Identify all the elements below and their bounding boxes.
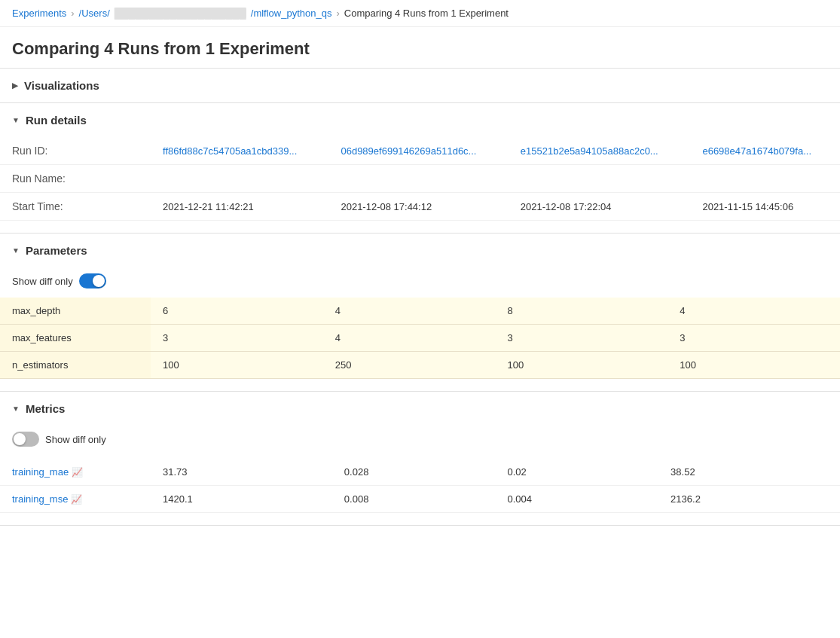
- param-name-max-features: max_features: [0, 325, 151, 352]
- param-val-max-depth-3: 4: [667, 298, 840, 325]
- chevron-visualizations: [12, 81, 18, 90]
- param-val-n-estimators-3: 100: [667, 352, 840, 379]
- breadcrumb-experiment[interactable]: /mlflow_python_qs: [251, 8, 332, 19]
- run-id-label: Run ID:: [0, 137, 151, 165]
- metric-row-training-mae: training_mae 31.73 0.028 0.02 38.52: [0, 459, 840, 486]
- section-visualizations-label: Visualizations: [24, 79, 99, 92]
- metric-name-training-mae: training_mae: [0, 459, 151, 486]
- breadcrumb-sep-2: ›: [336, 8, 339, 19]
- param-name-n-estimators: n_estimators: [0, 352, 151, 379]
- parameters-toggle-thumb: [93, 275, 105, 287]
- metric-val-training-mae-3: 38.52: [658, 459, 840, 486]
- breadcrumb: Experiments › /Users/ ██████████████████…: [0, 0, 840, 27]
- section-parameters: Parameters Show diff only max_depth 6 4 …: [0, 234, 840, 392]
- run-id-2[interactable]: e15521b2e5a94105a88ac2c0...: [509, 137, 691, 165]
- metric-val-training-mae-0: 31.73: [151, 459, 332, 486]
- metrics-toggle-label: Show diff only: [45, 434, 106, 445]
- param-val-n-estimators-0: 100: [151, 352, 323, 379]
- run-name-0: [151, 165, 328, 193]
- parameters-table: max_depth 6 4 8 4 max_features 3 4 3 3 n…: [0, 298, 840, 379]
- param-val-max-features-3: 3: [667, 325, 840, 352]
- metric-val-training-mse-0: 1420.1: [151, 486, 332, 513]
- param-row-max-features: max_features 3 4 3 3: [0, 325, 840, 352]
- metric-row-training-mse: training_mse 1420.1 0.008 0.004 2136.2: [0, 486, 840, 513]
- section-parameters-label: Parameters: [26, 244, 87, 257]
- metric-name-training-mse: training_mse: [0, 486, 151, 513]
- parameters-toggle-row: Show diff only: [0, 267, 840, 298]
- chevron-metrics: [12, 404, 20, 413]
- run-id-1[interactable]: 06d989ef699146269a511d6c...: [328, 137, 508, 165]
- breadcrumb-users[interactable]: /Users/: [79, 8, 110, 19]
- parameters-toggle-switch[interactable]: [79, 273, 106, 288]
- param-val-max-depth-2: 8: [496, 298, 668, 325]
- start-time-row: Start Time: 2021-12-21 11:42:21 2021-12-…: [0, 193, 840, 221]
- param-row-max-depth: max_depth 6 4 8 4: [0, 298, 840, 325]
- breadcrumb-sep-1: ›: [71, 8, 74, 19]
- run-id-0[interactable]: ff86fd88c7c54705aa1cbd339...: [151, 137, 328, 165]
- metrics-toggle-row: Show diff only: [0, 426, 840, 456]
- section-metrics-label: Metrics: [26, 402, 66, 415]
- metrics-content: Show diff only training_mae 31.73 0.028 …: [0, 426, 840, 525]
- metric-label-training-mse: training_mse: [12, 493, 68, 505]
- section-visualizations: Visualizations: [0, 69, 840, 103]
- chevron-run-details: [12, 116, 20, 124]
- metric-val-training-mae-2: 0.02: [495, 459, 658, 486]
- start-time-2: 2021-12-08 17:22:04: [509, 193, 691, 221]
- run-name-3: [690, 165, 840, 193]
- run-name-row: Run Name:: [0, 165, 840, 193]
- param-val-n-estimators-1: 250: [323, 352, 496, 379]
- section-run-details: Run details Run ID: ff86fd88c7c54705aa1c…: [0, 103, 840, 234]
- metric-label-training-mae: training_mae: [12, 466, 69, 478]
- metric-link-training-mae[interactable]: training_mae: [12, 466, 139, 478]
- section-run-details-label: Run details: [26, 114, 87, 127]
- param-val-max-features-1: 4: [323, 325, 496, 352]
- chart-icon-training-mae: [72, 466, 83, 478]
- start-time-label: Start Time:: [0, 193, 151, 221]
- metrics-table: training_mae 31.73 0.028 0.02 38.52 trai…: [0, 459, 840, 513]
- section-metrics-header[interactable]: Metrics: [0, 392, 840, 426]
- section-run-details-header[interactable]: Run details: [0, 103, 840, 137]
- run-name-1: [328, 165, 508, 193]
- parameters-toggle-label: Show diff only: [12, 276, 73, 287]
- param-val-n-estimators-2: 100: [496, 352, 668, 379]
- page-title: Comparing 4 Runs from 1 Experiment: [0, 27, 840, 69]
- breadcrumb-current: Comparing 4 Runs from 1 Experiment: [344, 8, 509, 19]
- metric-val-training-mae-1: 0.028: [332, 459, 496, 486]
- param-val-max-depth-1: 4: [323, 298, 496, 325]
- run-name-label: Run Name:: [0, 165, 151, 193]
- metric-val-training-mse-3: 2136.2: [658, 486, 840, 513]
- param-val-max-depth-0: 6: [151, 298, 323, 325]
- section-parameters-header[interactable]: Parameters: [0, 234, 840, 267]
- metric-val-training-mse-1: 0.008: [332, 486, 496, 513]
- param-row-n-estimators: n_estimators 100 250 100 100: [0, 352, 840, 379]
- breadcrumb-experiments[interactable]: Experiments: [12, 8, 66, 19]
- run-id-3[interactable]: e6698e47a1674b079fa...: [690, 137, 840, 165]
- param-name-max-depth: max_depth: [0, 298, 151, 325]
- section-visualizations-header[interactable]: Visualizations: [0, 69, 840, 102]
- metric-link-training-mse[interactable]: training_mse: [12, 493, 139, 505]
- run-id-row: Run ID: ff86fd88c7c54705aa1cbd339... 06d…: [0, 137, 840, 165]
- metrics-toggle-thumb: [14, 433, 26, 445]
- section-metrics: Metrics Show diff only training_mae: [0, 392, 840, 526]
- start-time-1: 2021-12-08 17:44:12: [328, 193, 508, 221]
- run-name-2: [509, 165, 691, 193]
- metric-val-training-mse-2: 0.004: [495, 486, 658, 513]
- start-time-0: 2021-12-21 11:42:21: [151, 193, 328, 221]
- breadcrumb-username: ███████████████████: [115, 8, 246, 19]
- run-details-table: Run ID: ff86fd88c7c54705aa1cbd339... 06d…: [0, 137, 840, 221]
- chevron-parameters: [12, 246, 20, 255]
- metrics-toggle-switch[interactable]: [12, 432, 39, 447]
- chart-icon-training-mse: [71, 493, 82, 505]
- parameters-content: Show diff only max_depth 6 4 8 4 max_fea…: [0, 267, 840, 391]
- start-time-3: 2021-11-15 14:45:06: [690, 193, 840, 221]
- param-val-max-features-2: 3: [496, 325, 668, 352]
- run-details-content: Run ID: ff86fd88c7c54705aa1cbd339... 06d…: [0, 137, 840, 233]
- param-val-max-features-0: 3: [151, 325, 323, 352]
